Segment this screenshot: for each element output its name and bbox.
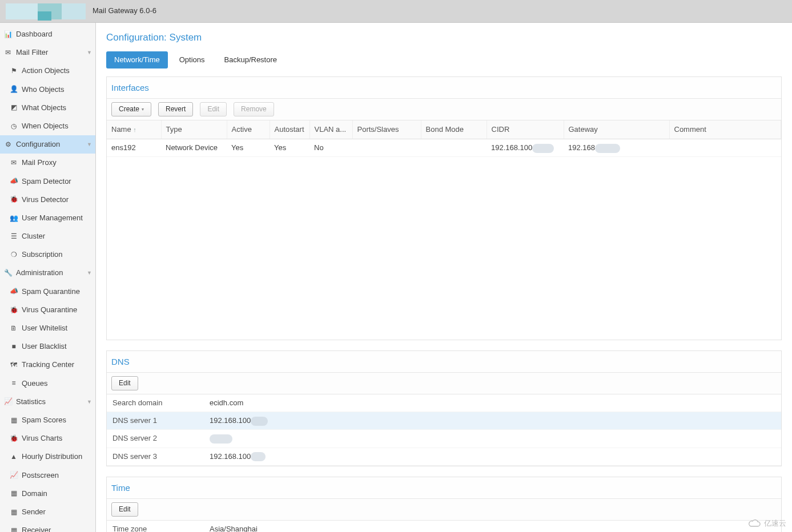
sidebar-item-tracking-center[interactable]: 🗺Tracking Center bbox=[0, 356, 95, 374]
sidebar-item-virus-detector[interactable]: 🐞Virus Detector bbox=[0, 191, 95, 209]
col-active[interactable]: Active bbox=[227, 120, 270, 139]
sidebar-item-postscreen[interactable]: 📈Postscreen bbox=[0, 466, 95, 485]
sidebar-item-spam-scores[interactable]: ▦Spam Scores bbox=[0, 411, 95, 429]
area-chart-icon: ▲ bbox=[9, 452, 18, 462]
clock-icon: ◷ bbox=[9, 122, 18, 131]
col-comment[interactable]: Comment bbox=[669, 120, 781, 139]
sidebar-item-virus-quarantine[interactable]: 🐞Virus Quarantine bbox=[0, 301, 95, 319]
redacted bbox=[251, 452, 266, 461]
sidebar-item-mail-proxy[interactable]: ✉Mail Proxy bbox=[0, 154, 95, 172]
create-button[interactable]: Create▾ bbox=[111, 102, 151, 116]
table-icon: ▦ bbox=[9, 416, 18, 425]
tab-network-time[interactable]: Network/Time bbox=[106, 51, 168, 68]
col-name[interactable]: Name ↑ bbox=[107, 120, 161, 139]
sidebar-item-action-objects[interactable]: ⚑Action Objects bbox=[0, 62, 95, 80]
cell-bond bbox=[421, 139, 487, 156]
col-type[interactable]: Type bbox=[161, 120, 227, 139]
table-row[interactable]: ens192 Network Device Yes Yes No 192.168… bbox=[107, 139, 781, 156]
time-row-timezone[interactable]: Time zoneAsia/Shanghai bbox=[107, 521, 781, 533]
flag-icon: ⚑ bbox=[9, 66, 18, 76]
chevron-down-icon: ▼ bbox=[87, 269, 92, 277]
col-bond[interactable]: Bond Mode bbox=[421, 120, 487, 139]
bars-icon: ≡ bbox=[9, 378, 18, 388]
tabs: Network/Time Options Backup/Restore bbox=[106, 51, 782, 68]
sidebar-item-user-blacklist[interactable]: ■User Blacklist bbox=[0, 337, 95, 356]
caret-down-icon: ▾ bbox=[142, 106, 144, 112]
page-title: Configuration: System bbox=[106, 31, 782, 45]
envelope-icon: ✉ bbox=[9, 158, 18, 168]
sidebar: 📊 Dashboard ✉ Mail Filter ▼ ⚑Action Obje… bbox=[0, 23, 96, 532]
sort-asc-icon: ↑ bbox=[133, 126, 136, 133]
col-gateway[interactable]: Gateway bbox=[564, 120, 669, 139]
edit-button[interactable]: Edit bbox=[200, 102, 227, 116]
cube-icon: ◩ bbox=[9, 103, 18, 112]
gear-icon: ⚙ bbox=[3, 140, 13, 150]
cell-gateway: 192.168 bbox=[564, 139, 669, 156]
interfaces-toolbar: Create▾ Revert Edit Remove bbox=[107, 98, 781, 120]
app-title: Mail Gateway 6.0-6 bbox=[93, 6, 156, 16]
sidebar-item-when-objects[interactable]: ◷When Objects bbox=[0, 117, 95, 135]
col-vlan[interactable]: VLAN a... bbox=[309, 120, 352, 139]
sidebar-item-domain[interactable]: ▦Domain bbox=[0, 485, 95, 503]
cell-name: ens192 bbox=[107, 139, 161, 156]
chevron-down-icon: ▼ bbox=[87, 398, 92, 406]
bug-icon: 🐞 bbox=[9, 195, 18, 204]
chart-icon: 📈 bbox=[3, 397, 13, 406]
sidebar-item-user-whitelist[interactable]: 🗎User Whitelist bbox=[0, 319, 95, 337]
sidebar-item-dashboard[interactable]: 📊 Dashboard bbox=[0, 25, 95, 43]
mail-icon: ✉ bbox=[3, 48, 13, 58]
sidebar-item-cluster[interactable]: ☰Cluster bbox=[0, 227, 95, 245]
support-icon: ❍ bbox=[9, 250, 18, 260]
revert-button[interactable]: Revert bbox=[158, 102, 193, 116]
table-icon: ▦ bbox=[9, 507, 18, 517]
sidebar-item-configuration[interactable]: ⚙ Configuration ▼ bbox=[0, 135, 95, 154]
panel-title-interfaces: Interfaces bbox=[107, 76, 781, 98]
sidebar-item-statistics[interactable]: 📈 Statistics ▼ bbox=[0, 393, 95, 411]
col-ports[interactable]: Ports/Slaves bbox=[352, 120, 421, 139]
time-table: Time zoneAsia/Shanghai Server time2019-1… bbox=[107, 521, 781, 533]
bug-icon: 🐞 bbox=[9, 434, 18, 444]
dashboard-icon: 📊 bbox=[3, 30, 13, 39]
dns-toolbar: Edit bbox=[107, 372, 781, 394]
redacted bbox=[595, 144, 620, 153]
sidebar-item-user-management[interactable]: 👥User Management bbox=[0, 209, 95, 227]
sidebar-item-subscription[interactable]: ❍Subscription bbox=[0, 245, 95, 264]
sidebar-item-receiver[interactable]: ▦Receiver bbox=[0, 521, 95, 532]
dns-edit-button[interactable]: Edit bbox=[111, 376, 138, 390]
dns-row-server3[interactable]: DNS server 3192.168.100 bbox=[107, 448, 781, 465]
cloud-icon bbox=[747, 519, 762, 528]
cell-active: Yes bbox=[227, 139, 270, 156]
remove-button[interactable]: Remove bbox=[234, 102, 274, 116]
logo bbox=[6, 3, 86, 19]
table-icon: ▦ bbox=[9, 489, 18, 498]
tab-backup-restore[interactable]: Backup/Restore bbox=[216, 51, 286, 68]
dns-row-server1[interactable]: DNS server 1192.168.100 bbox=[107, 412, 781, 430]
sidebar-item-spam-quarantine[interactable]: 📣Spam Quarantine bbox=[0, 283, 95, 301]
cell-autostart: Yes bbox=[270, 139, 309, 156]
dns-row-search-domain[interactable]: Search domainecidh.com bbox=[107, 394, 781, 412]
dns-row-server2[interactable]: DNS server 2 bbox=[107, 430, 781, 448]
sidebar-item-hourly-distribution[interactable]: ▲Hourly Distribution bbox=[0, 448, 95, 466]
panel-interfaces: Interfaces Create▾ Revert Edit Remove Na… bbox=[106, 76, 782, 340]
sidebar-item-sender[interactable]: ▦Sender bbox=[0, 503, 95, 521]
user-icon: 👤 bbox=[9, 84, 18, 94]
time-edit-button[interactable]: Edit bbox=[111, 502, 138, 517]
sidebar-item-what-objects[interactable]: ◩What Objects bbox=[0, 99, 95, 117]
content: Configuration: System Network/Time Optio… bbox=[96, 23, 792, 532]
redacted bbox=[251, 417, 268, 426]
sidebar-item-queues[interactable]: ≡Queues bbox=[0, 374, 95, 393]
dns-table: Search domainecidh.com DNS server 1192.1… bbox=[107, 394, 781, 466]
sidebar-item-virus-charts[interactable]: 🐞Virus Charts bbox=[0, 429, 95, 448]
col-autostart[interactable]: Autostart bbox=[270, 120, 309, 139]
sidebar-item-who-objects[interactable]: 👤Who Objects bbox=[0, 80, 95, 99]
tab-options[interactable]: Options bbox=[171, 51, 213, 68]
sidebar-item-spam-detector[interactable]: 📣Spam Detector bbox=[0, 172, 95, 191]
bullhorn-icon: 📣 bbox=[9, 287, 18, 296]
cell-type: Network Device bbox=[161, 139, 227, 156]
sidebar-item-administration[interactable]: 🔧 Administration ▼ bbox=[0, 264, 95, 282]
sidebar-item-mail-filter[interactable]: ✉ Mail Filter ▼ bbox=[0, 43, 95, 62]
time-toolbar: Edit bbox=[107, 498, 781, 521]
topbar: Mail Gateway 6.0-6 bbox=[0, 0, 792, 23]
col-cidr[interactable]: CIDR bbox=[487, 120, 564, 139]
chevron-down-icon: ▼ bbox=[87, 141, 92, 148]
